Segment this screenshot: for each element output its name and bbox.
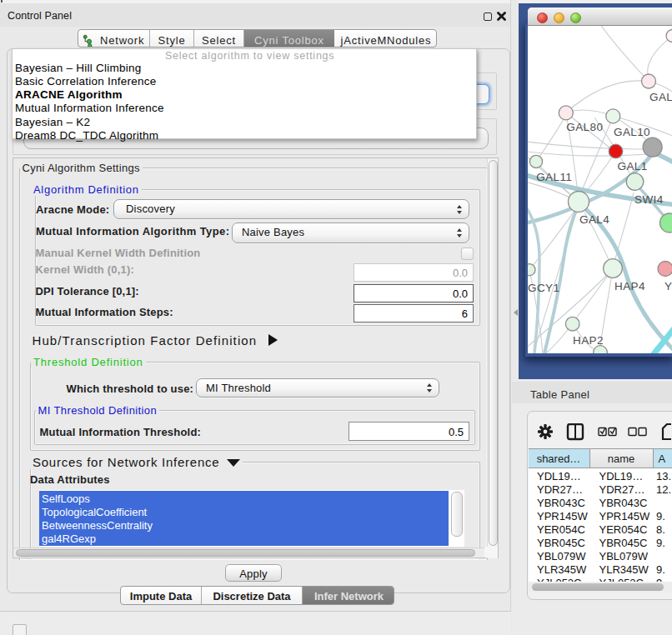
svg-text:GAL4: GAL4 bbox=[579, 213, 609, 226]
svg-text:GAL10: GAL10 bbox=[614, 126, 650, 138]
svg-text:HAP2: HAP2 bbox=[573, 334, 604, 347]
svg-text:GCY1: GCY1 bbox=[528, 282, 559, 294]
svg-text:HAP4: HAP4 bbox=[614, 280, 645, 292]
svg-text:YEL0: YEL0 bbox=[664, 280, 672, 292]
svg-text:GAL11: GAL11 bbox=[536, 171, 572, 183]
svg-text:GAL7: GAL7 bbox=[649, 91, 672, 103]
svg-text:SWI4: SWI4 bbox=[634, 193, 664, 206]
svg-text:GAL80: GAL80 bbox=[566, 121, 603, 133]
svg-text:GAL1: GAL1 bbox=[618, 160, 648, 172]
